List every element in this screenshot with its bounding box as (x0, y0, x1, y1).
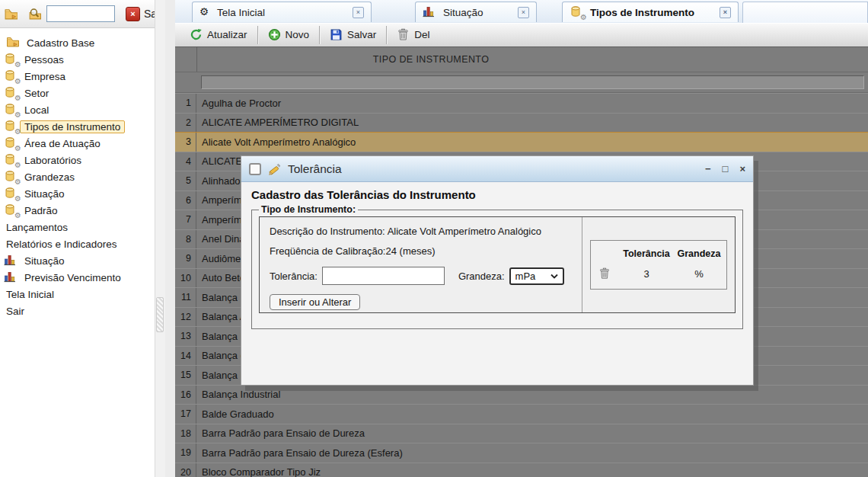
tolerances-list-area: Tolerância Grandeza 3 % (582, 217, 735, 312)
tab-strip: ⚙ Tela Inicial × Situação × ⚙ Tipos de I… (175, 0, 868, 24)
row-number: 8 (175, 230, 196, 249)
search-icon[interactable] (28, 8, 41, 21)
row-number: 19 (175, 443, 196, 463)
tolerance-value: 3 (618, 268, 675, 280)
row-label: Amperíme (196, 210, 247, 229)
sidebar-item-tipos-de-instrumento[interactable]: ⚙Tipos de Instrumento (0, 118, 165, 135)
instrument-description: Descrição do Instrumento: Alicate Volt A… (270, 226, 576, 237)
sidebar-item-local[interactable]: ⚙Local (0, 101, 165, 118)
sidebar-item-setor[interactable]: ⚙Setor (0, 85, 165, 101)
maximize-icon[interactable]: □ (723, 164, 729, 174)
row-number: 4 (175, 152, 196, 171)
table-row-selected[interactable]: 3Alicate Volt Amperímetro Analógico (175, 132, 868, 152)
search-input[interactable] (46, 5, 115, 22)
sidebar-item-cadastro-base[interactable]: Cadastro Base (0, 34, 165, 51)
sidebar-item-situacao-relatorio[interactable]: Situação (0, 252, 165, 269)
folder-copy-icon[interactable] (5, 8, 18, 21)
row-number: 1 (175, 94, 196, 113)
splitter[interactable] (165, 0, 176, 477)
database-gear-icon: ⚙ (4, 120, 19, 133)
database-gear-icon: ⚙ (4, 170, 19, 184)
new-button[interactable]: Novo (261, 26, 317, 43)
row-number: 3 (175, 133, 196, 152)
fieldset-legend: Tipo de Instrumento: (259, 204, 358, 215)
row-label: Balança d (196, 347, 246, 366)
tolerancia-input[interactable] (322, 267, 445, 285)
table-row[interactable]: 2ALICATE AMPERÍMETRO DIGITAL (175, 113, 868, 133)
refresh-button[interactable]: Atualizar (183, 26, 254, 43)
row-label: Bloco Comparador Tipo Jiz (196, 463, 321, 477)
row-number: 10 (175, 269, 196, 288)
table-row[interactable]: 1Agulha de Proctor (175, 93, 868, 113)
column-filter-input[interactable] (201, 75, 864, 89)
tolerance-panel: Descrição do Instrumento: Alicate Volt A… (259, 216, 736, 313)
row-label: Barra Padrão para Ensaio de Dureza (196, 424, 365, 443)
trash-icon (397, 28, 410, 41)
tab-tela-inicial[interactable]: ⚙ Tela Inicial × (192, 2, 372, 22)
column-header[interactable]: TIPO DE INSTRUMENTO (197, 47, 868, 72)
bar-chart-icon (4, 271, 19, 284)
table-row[interactable]: 17Balde Graduado (175, 404, 868, 424)
row-label: Balança E (196, 327, 247, 346)
tolerance-form: Descrição do Instrumento: Alicate Volt A… (260, 217, 582, 312)
plus-circle-icon (268, 28, 281, 41)
tolerance-row: 3 % (591, 263, 726, 284)
close-icon[interactable]: × (739, 164, 745, 174)
sidebar-scrollbar[interactable] (155, 0, 165, 477)
sidebar-item-tela-inicial[interactable]: Tela Inicial (0, 286, 165, 303)
row-label: Balança Industrial (196, 386, 280, 405)
sidebar-item-padrao[interactable]: ⚙Padrão (0, 202, 165, 219)
row-number: 20 (175, 463, 196, 477)
sidebar-toolbar: × Sair (0, 0, 165, 28)
table-row[interactable]: 19Barra Padrão para Ensaio de Dureza (Es… (175, 443, 868, 463)
tab-close-icon[interactable]: × (720, 7, 731, 18)
sidebar-item-area-de-atuacao[interactable]: ⚙Área de Atuação (0, 135, 165, 152)
table-row[interactable]: 18Barra Padrão para Ensaio de Dureza (175, 424, 868, 443)
row-label: ALICATE (196, 152, 242, 171)
database-gear-icon: ⚙ (4, 203, 19, 217)
sidebar-item-laboratorios[interactable]: ⚙Laboratórios (0, 152, 165, 168)
row-number: 2 (175, 114, 196, 133)
empty-tab-area (742, 2, 868, 23)
window-icon (249, 163, 261, 175)
navigation-tree: Cadastro Base ⚙Pessoas ⚙Empresa ⚙Setor ⚙… (0, 28, 165, 319)
row-number: 12 (175, 308, 196, 327)
sidebar-item-lancamentos[interactable]: Lançamentos (0, 219, 165, 235)
tolerances-table: Tolerância Grandeza 3 % (590, 240, 727, 290)
grandeza-select[interactable]: mPa (509, 267, 564, 285)
dialog-titlebar[interactable]: Tolerância − □ × (241, 156, 753, 182)
dialog-heading: Cadastro das Tolerâncias do Instrumento (241, 182, 753, 201)
chevron-down-icon (550, 274, 558, 279)
tab-situacao[interactable]: Situação × (415, 2, 537, 22)
database-gear-icon: ⚙ (4, 187, 19, 200)
sidebar-item-relatorios-e-indicadores[interactable]: Relatórios e Indicadores (0, 235, 165, 252)
calibration-frequency: Freqüência de Calibração:24 (meses) (270, 245, 576, 257)
save-button[interactable]: Salvar (323, 26, 383, 43)
sidebar-item-pessoas[interactable]: ⚙Pessoas (0, 51, 165, 68)
row-label: Audiômet (196, 249, 244, 268)
sidebar-item-sair[interactable]: Sair (0, 303, 165, 319)
table-row[interactable]: 20Bloco Comparador Tipo Jiz (175, 463, 868, 477)
database-gear-icon: ⚙ (4, 103, 19, 117)
insert-or-update-button[interactable]: Inserir ou Alterar (270, 294, 360, 310)
delete-button[interactable]: Del (390, 26, 436, 43)
tab-close-icon[interactable]: × (518, 7, 529, 18)
row-number: 17 (175, 405, 196, 424)
minimize-icon[interactable]: − (705, 164, 711, 174)
scrollbar-thumb[interactable] (156, 297, 164, 332)
row-number: 15 (175, 366, 196, 385)
dialog-title: Tolerância (288, 162, 342, 176)
table-row[interactable]: 16Balança Industrial (175, 385, 868, 405)
grandeza-label: Grandeza: (458, 271, 505, 282)
sidebar-item-grandezas[interactable]: ⚙Grandezas (0, 168, 165, 185)
delete-tolerance-button[interactable] (591, 267, 618, 280)
row-label: Barra Padrão para Ensaio de Dureza (Esfe… (196, 443, 403, 463)
sidebar-item-empresa[interactable]: ⚙Empresa (0, 68, 165, 85)
tolerance-unit: % (675, 268, 723, 280)
sidebar: × Sair Cadastro Base ⚙Pessoas ⚙Empresa ⚙… (0, 0, 165, 477)
app-window: × Sair Cadastro Base ⚙Pessoas ⚙Empresa ⚙… (0, 0, 868, 477)
sidebar-item-situacao[interactable]: ⚙Situação (0, 185, 165, 202)
tab-close-icon[interactable]: × (353, 7, 364, 18)
sidebar-item-previsao-vencimento[interactable]: Previsão Vencimento (0, 269, 165, 286)
tab-tipos-de-instrumento[interactable]: ⚙ Tipos de Instrumento × (562, 2, 739, 22)
